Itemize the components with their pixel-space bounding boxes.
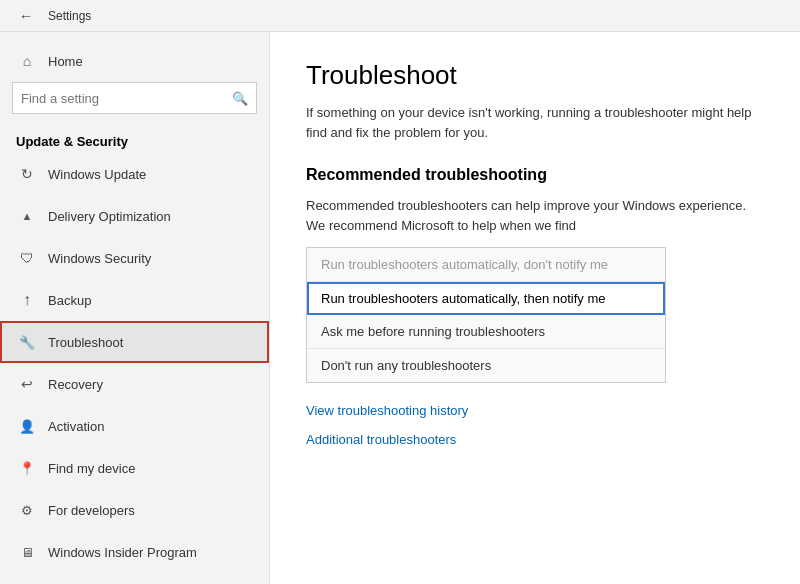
search-box[interactable]: 🔍 <box>12 82 257 114</box>
sidebar-item-for-developers[interactable]: ⚙ For developers <box>0 489 269 531</box>
sidebar-item-label: For developers <box>48 503 135 518</box>
sidebar-item-label: Activation <box>48 419 104 434</box>
dropdown-item-dont-run[interactable]: Don't run any troubleshooters <box>307 349 665 382</box>
sidebar-item-windows-security[interactable]: 🛡 Windows Security <box>0 237 269 279</box>
titlebar: ← Settings <box>0 0 800 32</box>
section-description: Recommended troubleshooters can help imp… <box>306 196 764 235</box>
sidebar-item-label: Backup <box>48 293 91 308</box>
sidebar-item-home[interactable]: ⌂ Home <box>0 40 269 82</box>
sidebar-item-backup[interactable]: ↑ Backup <box>0 279 269 321</box>
search-input[interactable] <box>21 91 232 106</box>
dropdown-item-dont-notify[interactable]: Run troubleshooters automatically, don't… <box>307 248 665 282</box>
sidebar-item-windows-insider[interactable]: 🖥 Windows Insider Program <box>0 531 269 573</box>
page-description: If something on your device isn't workin… <box>306 103 764 142</box>
dropdown-item-ask-before[interactable]: Ask me before running troubleshooters <box>307 315 665 349</box>
section-label: Update & Security <box>0 126 269 153</box>
sidebar-item-label: Home <box>48 54 83 69</box>
content-area: Troubleshoot If something on your device… <box>270 32 800 584</box>
developers-icon: ⚙ <box>16 499 38 521</box>
additional-troubleshooters-link[interactable]: Additional troubleshooters <box>306 432 764 447</box>
sidebar-item-label: Windows Security <box>48 251 151 266</box>
find-device-icon: 📍 <box>16 457 38 479</box>
sidebar-item-label: Windows Update <box>48 167 146 182</box>
sidebar-item-recovery[interactable]: ↩ Recovery <box>0 363 269 405</box>
titlebar-title: Settings <box>48 9 91 23</box>
windows-update-icon: ↻ <box>16 163 38 185</box>
sidebar-item-label: Delivery Optimization <box>48 209 171 224</box>
windows-insider-icon: 🖥 <box>16 541 38 563</box>
section-title: Recommended troubleshooting <box>306 166 764 184</box>
search-icon[interactable]: 🔍 <box>232 91 248 106</box>
sidebar-item-delivery-optimization[interactable]: ▲ Delivery Optimization <box>0 195 269 237</box>
dropdown-item-auto-notify[interactable]: Run troubleshooters automatically, then … <box>307 282 665 315</box>
sidebar-item-find-my-device[interactable]: 📍 Find my device <box>0 447 269 489</box>
sidebar: ⌂ Home 🔍 Update & Security ↻ Windows Upd… <box>0 32 270 584</box>
home-icon: ⌂ <box>16 50 38 72</box>
sidebar-item-windows-update[interactable]: ↻ Windows Update <box>0 153 269 195</box>
sidebar-item-label: Find my device <box>48 461 135 476</box>
troubleshoot-icon: 🔧 <box>16 331 38 353</box>
recovery-icon: ↩ <box>16 373 38 395</box>
activation-icon: 👤 <box>16 415 38 437</box>
main-container: ⌂ Home 🔍 Update & Security ↻ Windows Upd… <box>0 32 800 584</box>
sidebar-item-troubleshoot[interactable]: 🔧 Troubleshoot <box>0 321 269 363</box>
windows-security-icon: 🛡 <box>16 247 38 269</box>
view-history-link[interactable]: View troubleshooting history <box>306 403 764 418</box>
sidebar-item-label: Windows Insider Program <box>48 545 197 560</box>
backup-icon: ↑ <box>16 289 38 311</box>
back-button[interactable]: ← <box>12 2 40 30</box>
page-title: Troubleshoot <box>306 60 764 91</box>
troubleshoot-dropdown[interactable]: Run troubleshooters automatically, don't… <box>306 247 666 383</box>
delivery-optimization-icon: ▲ <box>16 205 38 227</box>
sidebar-item-label: Troubleshoot <box>48 335 123 350</box>
sidebar-item-label: Recovery <box>48 377 103 392</box>
sidebar-item-activation[interactable]: 👤 Activation <box>0 405 269 447</box>
